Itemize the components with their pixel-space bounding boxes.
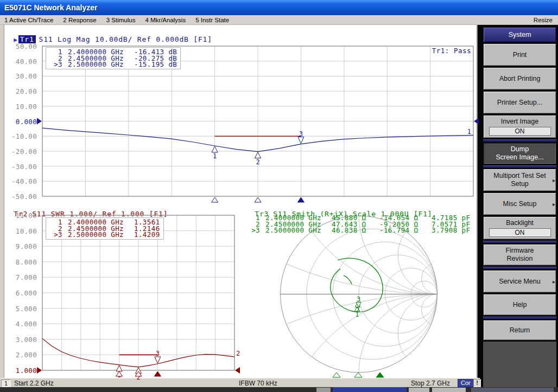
marker-axis-indicator-icon (333, 372, 340, 377)
marker-axis-indicator-icon (354, 372, 362, 377)
marker-readout-row: >32.5000000 GHz-15.195 dB (49, 61, 177, 68)
ref-level-icon (37, 367, 42, 374)
marker-glyph (116, 365, 122, 371)
marker-n: >3 (49, 61, 62, 68)
marker-readout-row: >32.5000000 GHz46.838 Ω-16.794 Ω3.7908 p… (247, 227, 470, 234)
marker-readout-row: >32.5000000 GHz1.4209 (49, 232, 160, 238)
marker-axis-indicator-icon (154, 371, 161, 376)
marker-value: 1.4209 (134, 232, 160, 238)
marker-glyph (255, 152, 261, 158)
marker-glyph-active (155, 357, 161, 363)
marker-axis-indicator-icon (255, 197, 261, 202)
marker-axis-indicator-icon (212, 197, 218, 202)
marker-number: 3 (357, 295, 360, 303)
marker-x: -16.794 Ω (379, 227, 432, 234)
marker-value: -15.195 dB (134, 61, 177, 68)
marker-number: 3 (156, 350, 160, 357)
marker-glyph-active (298, 137, 304, 144)
marker-freq: 2.5000000 GHz (68, 61, 134, 68)
trace-number-label: 2 (236, 350, 240, 357)
tr2-marker-readout: 12.4000000 GHz1.356122.4500000 GHz1.2146… (46, 217, 164, 240)
marker-n: >3 (247, 227, 260, 234)
ref-level-icon (37, 118, 42, 125)
trace-number-label: 1 (467, 128, 471, 136)
marker-n: >3 (49, 232, 62, 238)
marker-axis-indicator-icon (376, 372, 384, 377)
chart-tr1-s11-log-mag: 1123 (37, 46, 479, 202)
marker-freq: 2.5000000 GHz (265, 227, 332, 234)
marker-glyph (212, 146, 218, 152)
marker-r: 46.838 Ω (332, 227, 379, 234)
marker-axis-indicator-icon (297, 197, 304, 202)
marker-freq: 2.5000000 GHz (68, 232, 134, 238)
tr1-marker-readout: 12.4000000 GHz-16.413 dB22.4500000 GHz-2… (46, 47, 181, 69)
marker-number: 1 (213, 152, 217, 160)
marker-c: 3.7908 pF (432, 227, 470, 234)
ref-level-icon (235, 367, 240, 374)
marker-number: 2 (256, 158, 259, 166)
ref-level-icon (474, 118, 479, 125)
marker-number: 2 (356, 306, 359, 314)
chart-tr2-s11-swr: 2123 (37, 215, 240, 381)
tr3-marker-readout: 12.4000000 GHz45.880 Ω-14.054 Ω4.7185 pF… (247, 215, 470, 234)
marker-number: 3 (299, 130, 303, 138)
